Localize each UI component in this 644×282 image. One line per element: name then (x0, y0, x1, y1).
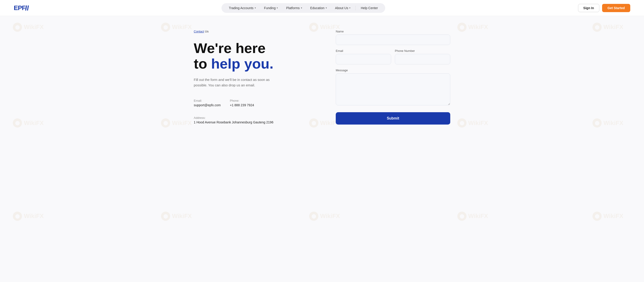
contact-label: Email: (194, 99, 221, 102)
message-field-group: Message (336, 69, 450, 106)
name-input[interactable] (336, 34, 450, 45)
header: EPF Trading Accounts ▾ Funding ▾ Platfor… (0, 0, 644, 16)
hero-subtitle: Fill out the form and we'll be in contac… (194, 77, 281, 88)
contact-info: Email:support@epfx.comPhone:+1 888 239 7… (194, 99, 318, 124)
email-phone-row: Email Phone Number (336, 49, 450, 69)
header-actions: Sign In Get Started (578, 4, 630, 12)
contact-value: support@epfx.com (194, 103, 221, 107)
get-started-button[interactable]: Get Started (602, 4, 630, 12)
contact-label: Phone: (230, 99, 254, 102)
logo-slash-1 (26, 5, 27, 10)
chevron-down-icon: ▾ (349, 7, 350, 9)
submit-button[interactable]: Submit (336, 112, 450, 125)
message-textarea[interactable] (336, 73, 450, 105)
hero-title: We're here to help you. (194, 40, 318, 72)
logo[interactable]: EPF (14, 4, 29, 12)
name-field-group: Name (336, 30, 450, 45)
nav-education[interactable]: Education ▾ (307, 4, 330, 11)
chevron-down-icon: ▾ (301, 7, 302, 9)
contact-block-0: Email:support@epfx.com (194, 99, 221, 107)
nav-divider (356, 6, 356, 10)
message-label: Message (336, 69, 450, 72)
signin-button[interactable]: Sign In (578, 4, 599, 12)
email-field-group: Email (336, 49, 391, 64)
contact-block-1: Phone:+1 888 239 7924 (230, 99, 254, 107)
nav-help-center[interactable]: Help Center (357, 4, 382, 11)
left-section: Contact Us We're here to help you. Fill … (194, 30, 318, 124)
nav-platforms[interactable]: Platforms ▾ (282, 4, 306, 11)
name-label: Name (336, 30, 450, 33)
email-label: Email (336, 49, 391, 53)
contact-value: 1 Hood Avenue Rosebank Johannesburg Gaut… (194, 121, 274, 124)
breadcrumb: Contact Us (194, 30, 318, 33)
chevron-down-icon: ▾ (277, 7, 278, 9)
main-nav: Trading Accounts ▾ Funding ▾ Platforms ▾… (222, 3, 385, 13)
email-input[interactable] (336, 54, 391, 64)
phone-field-group: Phone Number (395, 49, 450, 64)
phone-label: Phone Number (395, 49, 450, 53)
contact-label: Address: (194, 116, 274, 120)
breadcrumb-current: Us (205, 30, 209, 33)
main-content: Contact Us We're here to help you. Fill … (184, 16, 460, 143)
logo-text: EPF (14, 4, 26, 12)
breadcrumb-link[interactable]: Contact (194, 30, 204, 33)
logo-slash-2 (27, 5, 29, 10)
contact-value: +1 888 239 7924 (230, 103, 254, 107)
nav-about-us[interactable]: About Us ▾ (332, 4, 354, 11)
nav-trading-accounts[interactable]: Trading Accounts ▾ (225, 4, 260, 11)
contact-form-section: Name Email Phone Number Message Submit (336, 30, 450, 125)
phone-input[interactable] (395, 54, 450, 64)
chevron-down-icon: ▾ (326, 7, 327, 9)
contact-block-2: Address:1 Hood Avenue Rosebank Johannesb… (194, 116, 274, 124)
chevron-down-icon: ▾ (255, 7, 256, 9)
nav-funding[interactable]: Funding ▾ (260, 4, 282, 11)
